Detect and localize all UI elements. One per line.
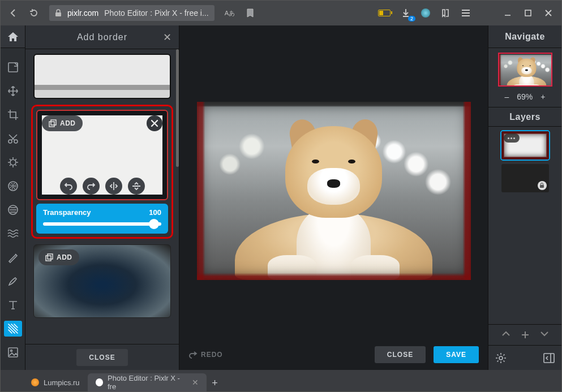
open-image-icon[interactable] bbox=[4, 59, 22, 75]
reload-icon[interactable] bbox=[29, 8, 39, 18]
back-icon[interactable] bbox=[8, 8, 19, 18]
close-tab-icon[interactable]: ✕ bbox=[192, 378, 199, 387]
draw-icon[interactable] bbox=[4, 273, 22, 289]
transparency-control: Transparency 100 bbox=[36, 204, 168, 234]
close-button[interactable]: CLOSE bbox=[375, 346, 426, 363]
redo-button[interactable] bbox=[83, 178, 100, 195]
border-preset-1[interactable] bbox=[33, 54, 171, 99]
menu-icon[interactable] bbox=[461, 8, 471, 18]
undo-button[interactable] bbox=[60, 178, 77, 195]
border-icon[interactable] bbox=[4, 321, 22, 337]
svg-rect-16 bbox=[540, 185, 544, 188]
retouch-icon[interactable] bbox=[4, 249, 22, 265]
border-preset-selected[interactable]: ADD bbox=[36, 110, 168, 200]
svg-point-6 bbox=[8, 182, 18, 191]
zoom-value: 69% bbox=[517, 92, 533, 101]
svg-rect-18 bbox=[544, 354, 554, 363]
transparency-slider[interactable] bbox=[43, 222, 161, 226]
address-bar[interactable]: pixlr.com Photo Editor : Pixlr X - free … bbox=[49, 5, 214, 21]
svg-rect-14 bbox=[46, 256, 51, 261]
tab-lumpics[interactable]: Lumpics.ru bbox=[23, 373, 88, 391]
svg-rect-12 bbox=[49, 122, 54, 127]
filter-icon[interactable] bbox=[4, 202, 22, 218]
panel-title: Add border bbox=[77, 32, 127, 42]
border-preset-3[interactable]: ADD bbox=[33, 244, 171, 318]
tool-column bbox=[1, 25, 25, 370]
redo-action[interactable]: REDO bbox=[188, 351, 223, 359]
svg-point-7 bbox=[10, 183, 16, 189]
settings-icon[interactable] bbox=[495, 352, 507, 364]
panel-header: Add border ✕ bbox=[25, 25, 179, 49]
toggle-panel-icon[interactable] bbox=[543, 353, 555, 363]
translate-icon[interactable]: Aあ bbox=[225, 9, 235, 18]
save-button[interactable]: SAVE bbox=[434, 346, 479, 363]
battery-icon bbox=[378, 10, 391, 16]
crop-icon[interactable] bbox=[4, 107, 22, 123]
svg-rect-1 bbox=[525, 10, 531, 16]
svg-point-11 bbox=[10, 350, 12, 352]
browser-tabs: Lumpics.ru Photo Editor : Pixlr X - fre … bbox=[1, 370, 561, 391]
right-panel: Navigate – 69% + Layers bbox=[488, 25, 561, 370]
element-icon[interactable] bbox=[4, 344, 22, 360]
downloads-icon[interactable]: 2 bbox=[401, 8, 411, 18]
layer-background[interactable] bbox=[501, 164, 549, 192]
close-window-icon[interactable] bbox=[543, 8, 554, 18]
collections-icon[interactable] bbox=[440, 8, 451, 18]
flip-vertical-button[interactable] bbox=[128, 178, 145, 195]
slider-knob[interactable] bbox=[149, 219, 159, 229]
svg-point-17 bbox=[499, 356, 503, 360]
adjust-icon[interactable] bbox=[4, 154, 22, 170]
favicon bbox=[96, 378, 103, 386]
transparency-label: Transparency bbox=[43, 208, 91, 217]
panel-close-button[interactable]: ✕ bbox=[163, 31, 172, 44]
page-title: Photo Editor : Pixlr X - free i... bbox=[104, 8, 208, 18]
zoom-out-button[interactable]: – bbox=[504, 92, 509, 101]
bookmark-icon[interactable] bbox=[245, 8, 255, 18]
add-border-button[interactable]: ADD bbox=[42, 115, 83, 131]
navigate-header: Navigate bbox=[488, 25, 561, 48]
liquify-icon[interactable] bbox=[4, 226, 22, 242]
new-tab-button[interactable]: + bbox=[207, 374, 224, 391]
layer-menu-icon[interactable] bbox=[504, 133, 520, 143]
panel-close-footer-button[interactable]: CLOSE bbox=[76, 349, 127, 366]
svg-point-5 bbox=[10, 160, 16, 165]
home-button[interactable] bbox=[1, 25, 25, 48]
layers-icon bbox=[45, 253, 53, 261]
redo-icon bbox=[188, 351, 198, 359]
canvas-actions: REDO CLOSE SAVE bbox=[179, 339, 488, 370]
transparency-value: 100 bbox=[149, 208, 161, 217]
lock-icon bbox=[538, 181, 547, 190]
tab-pixlr[interactable]: Photo Editor : Pixlr X - fre ✕ bbox=[88, 373, 207, 391]
svg-rect-15 bbox=[48, 254, 53, 259]
svg-point-8 bbox=[12, 185, 14, 187]
arrange-icon[interactable] bbox=[4, 83, 22, 99]
effect-icon[interactable] bbox=[4, 178, 22, 194]
layer-border[interactable] bbox=[501, 131, 549, 160]
remove-border-button[interactable] bbox=[147, 115, 162, 131]
selected-border-highlight: ADD Transparency 100 bbox=[31, 105, 173, 239]
zoom-in-button[interactable]: + bbox=[540, 92, 545, 101]
layer-down-icon[interactable] bbox=[540, 330, 549, 337]
add-border-button-2[interactable]: ADD bbox=[38, 249, 79, 265]
minimize-icon[interactable] bbox=[503, 8, 513, 18]
border-panel: Add border ✕ ADD bbox=[25, 25, 179, 370]
canvas-image bbox=[197, 102, 471, 280]
text-icon[interactable] bbox=[4, 297, 22, 313]
url-host: pixlr.com bbox=[67, 8, 98, 18]
layers-header: Layers bbox=[488, 107, 561, 127]
navigator-thumbnail[interactable] bbox=[498, 53, 552, 87]
maximize-icon[interactable] bbox=[523, 8, 533, 18]
browser-toolbar: pixlr.com Photo Editor : Pixlr X - free … bbox=[1, 1, 561, 25]
lock-icon bbox=[55, 9, 62, 17]
layer-up-icon[interactable] bbox=[501, 330, 510, 337]
cutout-icon[interactable] bbox=[4, 131, 22, 147]
add-layer-icon[interactable] bbox=[521, 330, 530, 339]
svg-rect-0 bbox=[55, 12, 61, 16]
extension-icon[interactable] bbox=[421, 8, 430, 18]
layers-icon bbox=[49, 119, 57, 127]
favicon bbox=[31, 378, 39, 386]
canvas[interactable] bbox=[179, 25, 488, 339]
svg-rect-13 bbox=[51, 120, 56, 125]
flip-horizontal-button[interactable] bbox=[105, 178, 122, 195]
